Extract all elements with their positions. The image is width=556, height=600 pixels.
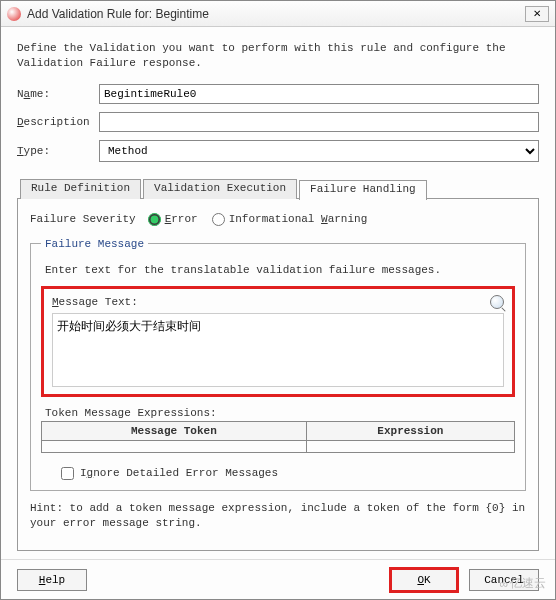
severity-label: Failure Severity — [30, 213, 136, 225]
titlebar: Add Validation Rule for: Begintime ✕ — [1, 1, 555, 27]
name-input[interactable] — [99, 84, 539, 104]
search-icon[interactable] — [490, 295, 504, 309]
close-icon[interactable]: ✕ — [525, 6, 549, 22]
message-text-box: Message Text: 开始时间必须大于结束时间 — [41, 286, 515, 397]
name-row: Name: — [17, 84, 539, 104]
severity-row: Failure Severity Error Informational War… — [30, 213, 526, 226]
type-row: Type: Method — [17, 140, 539, 162]
description-label: Description — [17, 116, 99, 128]
ignore-label: Ignore Detailed Error Messages — [80, 467, 278, 479]
tab-panel: Rule Definition Validation Execution Fai… — [17, 198, 539, 551]
tab-rule-definition[interactable]: Rule Definition — [20, 179, 141, 199]
tab-validation-execution[interactable]: Validation Execution — [143, 179, 297, 199]
table-row — [42, 440, 515, 452]
message-text-header: Message Text: — [52, 295, 504, 309]
token-section: Token Message Expressions: Message Token… — [41, 407, 515, 453]
ok-button[interactable]: OK — [389, 567, 459, 593]
hint-footer: Hint: to add a token message expression,… — [30, 501, 526, 532]
failure-message-hint: Enter text for the translatable validati… — [45, 264, 515, 276]
token-col-expression: Expression — [306, 421, 514, 440]
token-table: Message Token Expression — [41, 421, 515, 453]
token-heading: Token Message Expressions: — [41, 407, 515, 419]
token-col-token: Message Token — [42, 421, 307, 440]
radio-warning-input[interactable] — [212, 213, 225, 226]
type-label: Type: — [17, 145, 99, 157]
intro-text: Define the Validation you want to perfor… — [17, 41, 539, 72]
ignore-checkbox[interactable] — [61, 467, 74, 480]
failure-message-legend: Failure Message — [41, 238, 148, 250]
dialog: Add Validation Rule for: Begintime ✕ Def… — [0, 0, 556, 600]
name-label: Name: — [17, 88, 99, 100]
description-row: Description — [17, 112, 539, 132]
radio-error[interactable]: Error — [148, 213, 198, 226]
radio-error-input[interactable] — [148, 213, 161, 226]
tabstrip: Rule Definition Validation Execution Fai… — [20, 179, 429, 199]
window-title: Add Validation Rule for: Begintime — [27, 7, 525, 21]
content-area: Define the Validation you want to perfor… — [1, 27, 555, 559]
failure-message-fieldset: Failure Message Enter text for the trans… — [30, 238, 526, 491]
help-button[interactable]: Help — [17, 569, 87, 591]
button-bar: Help OK Cancel — [1, 559, 555, 599]
tab-failure-handling[interactable]: Failure Handling — [299, 180, 427, 200]
message-text-label: Message Text: — [52, 296, 490, 308]
radio-warning[interactable]: Informational Warning — [212, 213, 368, 226]
type-select[interactable]: Method — [99, 140, 539, 162]
description-input[interactable] — [99, 112, 539, 132]
ignore-row: Ignore Detailed Error Messages — [41, 467, 515, 480]
message-text-input[interactable]: 开始时间必须大于结束时间 — [52, 313, 504, 387]
app-icon — [7, 7, 21, 21]
cancel-button[interactable]: Cancel — [469, 569, 539, 591]
